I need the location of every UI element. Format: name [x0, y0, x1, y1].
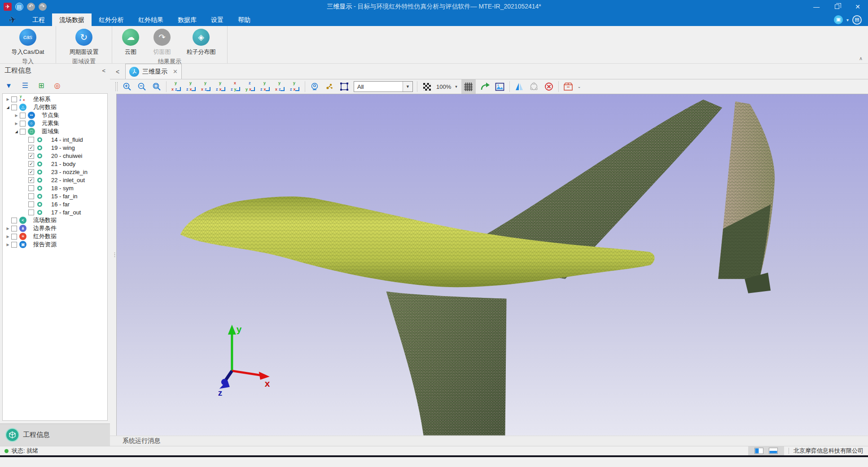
splitter-handle[interactable]: ⋮	[112, 251, 117, 258]
tree-item[interactable]: ▶☀红外数据	[3, 232, 107, 240]
redo-button[interactable]: ↷	[39, 3, 47, 11]
mirror-button[interactable]	[514, 81, 525, 92]
style-button[interactable]: ▤	[852, 15, 862, 25]
view-preset-button-1[interactable]: yxz	[171, 81, 182, 92]
tree-item[interactable]: ▶▣报告资源	[3, 240, 107, 249]
tree-checkbox[interactable]	[20, 129, 26, 135]
view-preset-button-5[interactable]: xzy	[230, 81, 241, 92]
toolbar-drag-handle[interactable]	[115, 82, 118, 91]
tree-item[interactable]: 17 - far_out	[3, 208, 107, 216]
tree-checkbox[interactable]: ✓	[28, 153, 34, 159]
tree-checkbox[interactable]	[20, 113, 26, 118]
tree-item[interactable]: 16 - far	[3, 200, 107, 208]
zoom-dropdown-icon[interactable]: ▾	[455, 84, 457, 89]
grid-toggle-button[interactable]	[461, 79, 476, 94]
viewport-3d[interactable]: ⋮	[116, 94, 868, 436]
view-preset-button-2[interactable]: yzx	[185, 81, 197, 92]
ribbon-collapse-icon[interactable]: ∧	[859, 56, 863, 61]
tree-checkbox[interactable]	[28, 209, 34, 215]
tree-checkbox[interactable]	[11, 105, 17, 110]
filter-icon[interactable]: ▼	[5, 82, 12, 89]
tree-checkbox[interactable]: ✓	[28, 145, 34, 151]
zoom-in-button[interactable]	[122, 81, 132, 92]
project-info-footer-button[interactable]: 工程信息	[0, 423, 110, 446]
tree-item[interactable]: ✓21 - body	[3, 160, 107, 168]
menu-item-help[interactable]: 帮助	[231, 13, 258, 26]
tab-scroll-left-icon[interactable]: <	[110, 68, 125, 79]
combobox-dropdown-icon[interactable]: ▼	[403, 82, 412, 92]
view-preset-button-7[interactable]: yzx	[259, 81, 271, 92]
snapshot-image-button[interactable]	[495, 81, 505, 92]
target-icon[interactable]: ◎	[54, 81, 61, 90]
menu-item-flowfield[interactable]: 流场数据	[52, 13, 92, 26]
select-box-button[interactable]	[339, 81, 350, 92]
chevron-down-icon[interactable]: ▾	[846, 17, 849, 22]
undo-button[interactable]: ↶	[27, 3, 35, 11]
tree-checkbox[interactable]: ✓	[28, 177, 34, 183]
tree-checkbox[interactable]	[11, 96, 17, 102]
tree-checkbox[interactable]: ✓	[28, 169, 34, 175]
remove-button[interactable]	[544, 81, 554, 92]
tree-item[interactable]: 14 - int_fluid	[3, 135, 107, 144]
tree-checkbox[interactable]	[11, 234, 17, 240]
tree-item[interactable]: ✓20 - chuiwei	[3, 152, 107, 160]
tree-item[interactable]: 18 - sym	[3, 184, 107, 192]
grid-view-icon[interactable]: ⊞	[38, 81, 44, 90]
tree-item[interactable]: ✓22 - inlet_out	[3, 176, 107, 184]
expander-closed-icon[interactable]: ▶	[13, 113, 19, 118]
tree-checkbox[interactable]	[11, 218, 17, 223]
tree-checkbox[interactable]	[11, 242, 17, 248]
menu-item-project[interactable]: 工程	[25, 13, 52, 26]
menu-item-ir-results[interactable]: 红外结果	[131, 13, 171, 26]
expander-open-icon[interactable]: ◢	[13, 130, 19, 134]
tree-checkbox[interactable]	[28, 201, 34, 207]
view-preset-button-4[interactable]: yzx	[215, 81, 227, 92]
list-view-icon[interactable]: ☰	[22, 81, 28, 90]
expander-closed-icon[interactable]: ▶	[5, 235, 11, 239]
viewport-3d-scene[interactable]: y x z	[117, 94, 868, 436]
expander-open-icon[interactable]: ◢	[5, 105, 11, 109]
tree-checkbox[interactable]	[20, 121, 26, 127]
save-button[interactable]: ▤	[15, 3, 23, 11]
tree-checkbox[interactable]: ✓	[28, 161, 34, 167]
layout-left-icon[interactable]	[754, 448, 763, 454]
box-tool-button[interactable]	[563, 81, 574, 92]
tree-item[interactable]: ▶⋔边界条件	[3, 224, 107, 232]
tree-checkbox[interactable]	[11, 226, 17, 231]
view-preset-button-3[interactable]: yxz	[200, 81, 212, 92]
export-arrow-button[interactable]	[480, 81, 491, 92]
particles-display-button[interactable]	[324, 81, 335, 92]
perspective-camera-button[interactable]	[309, 81, 320, 92]
tree-item[interactable]: 15 - far_in	[3, 192, 107, 200]
tree-item[interactable]: ✓23 - nozzle_in	[3, 168, 107, 176]
expander-closed-icon[interactable]: ▶	[13, 122, 19, 126]
box-tool-dropdown-icon[interactable]: ⌄	[578, 84, 581, 89]
zoom-out-button[interactable]	[136, 81, 147, 92]
view-preset-button-8[interactable]: yxz	[274, 81, 286, 92]
expander-closed-icon[interactable]: ▶	[5, 97, 11, 101]
import-cas-dat-button[interactable]: cas 导入Cas/Dat	[4, 28, 51, 56]
tree-item[interactable]: ▶yzx坐标系	[3, 95, 107, 103]
tree-item[interactable]: ▶○元素集	[3, 119, 107, 127]
checkerboard-icon[interactable]	[421, 81, 432, 92]
zoom-fit-button[interactable]	[151, 81, 162, 92]
zoom-level-value[interactable]: 100%	[436, 83, 451, 90]
menu-item-database[interactable]: 数据库	[171, 13, 204, 26]
tree-checkbox[interactable]	[28, 137, 34, 143]
tree-item[interactable]: ◢△几何数据	[3, 103, 107, 111]
view-preset-button-6[interactable]: zyx	[245, 81, 256, 92]
panel-collapse-icon[interactable]: <	[102, 67, 105, 74]
minimize-button[interactable]: —	[806, 0, 827, 13]
theme-button[interactable]: ▣	[834, 15, 843, 24]
view-preset-button-9[interactable]: yzx	[289, 81, 301, 92]
menu-item-settings[interactable]: 设置	[204, 13, 231, 26]
tab-close-icon[interactable]: ✕	[173, 68, 178, 75]
display-filter-combobox[interactable]: All ▼	[354, 81, 413, 92]
tree-checkbox[interactable]	[28, 185, 34, 191]
tree-item[interactable]: ✓19 - wing	[3, 144, 107, 152]
layout-bottom-icon[interactable]	[769, 448, 778, 454]
period-face-settings-button[interactable]: ↻ 周期面设置	[61, 28, 107, 56]
particle-distribution-button[interactable]: ◈ 粒子分布图	[180, 28, 223, 56]
expander-closed-icon[interactable]: ▶	[5, 243, 11, 247]
tree-checkbox[interactable]	[28, 193, 34, 199]
